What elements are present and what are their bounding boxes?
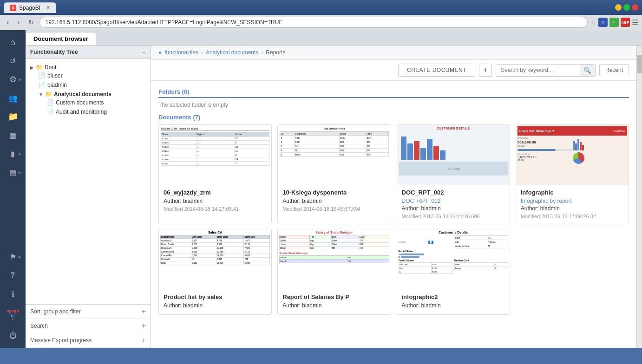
doc-author-3: Author: biadmin: [521, 205, 624, 212]
tree-children-root: 📄 biuser 📄 biadmin: [29, 71, 147, 117]
massive-export-panel[interactable]: Massive Export progress +: [26, 333, 151, 348]
search-submit-button[interactable]: 🔍: [580, 65, 595, 76]
maximize-button[interactable]: [623, 4, 630, 11]
tree-bottom-panels: Sort, group and filter + Search + Massiv…: [26, 304, 151, 348]
doc-title-4: Product list by sales: [164, 293, 267, 300]
doc-author-4: Author: biadmin: [164, 302, 267, 309]
url-input[interactable]: [39, 17, 588, 28]
functionality-tree-panel: Functionality Tree − ▶ 📁 Root: [26, 46, 151, 348]
doc-modified-0: Modified 2014-08-18 14:27:05.41: [164, 206, 267, 212]
tree-row-audit[interactable]: 📄 Audit and monitoring: [46, 108, 147, 116]
breadcrumb-bar: ● functionalities › Analytical documents…: [151, 46, 636, 60]
breadcrumb-current: Reports: [266, 49, 285, 56]
sidebar-item-power[interactable]: ⏻: [4, 327, 22, 344]
vpn-icon[interactable]: V: [598, 18, 608, 27]
star-icon[interactable]: ☆: [590, 19, 596, 26]
massive-export-expand-icon: +: [142, 336, 146, 344]
sidebar-item-folder[interactable]: 📁: [4, 108, 22, 125]
main-panel: Document browser Functionality Tree − ▶ …: [26, 30, 642, 348]
create-document-button[interactable]: CREATE DOCUMENT: [398, 64, 475, 77]
sort-group-filter-panel[interactable]: Sort, group and filter +: [26, 305, 151, 319]
analytical-folder-icon: 📁: [45, 91, 52, 98]
document-card-6[interactable]: Customer's Details Gender👤👤 StateOR City…: [397, 229, 510, 315]
doc-modified-3: Modified 2013-06-12 17:09:26.32: [521, 214, 624, 219]
sidebar-item-help[interactable]: ?: [4, 267, 22, 284]
flag-icon: ⚑: [10, 253, 16, 261]
document-card-0[interactable]: Raport ZRM - dane do tabeli Okres Wyjazd…: [158, 124, 272, 223]
tree-node-biadmin: 📄 biadmin: [38, 80, 147, 90]
doc-info-5: Report of Salaries By P Author: biadmin: [278, 290, 390, 314]
sidebar-item-table[interactable]: ▦: [4, 127, 22, 143]
tree-node-analytical: ▼ 📁 Analytical documents 📄 Custom docume…: [38, 90, 147, 117]
shield-icon[interactable]: ✓: [609, 18, 619, 27]
tree-label-audit: Audit and monitoring: [56, 109, 107, 115]
doc-title-1: 10-Ksiega dysponenta: [282, 189, 386, 196]
sidebar-item-home[interactable]: ⌂: [4, 34, 22, 51]
tree-content: ▶ 📁 Root 📄 biuser: [26, 59, 151, 304]
doc-info-6: infographic2 Author: biadmin: [397, 290, 510, 314]
chart-chevron-icon: ▶: [19, 152, 21, 156]
tree-row-root[interactable]: ▶ 📁 Root: [29, 64, 147, 71]
doc-info-1: 10-Ksiega dysponenta Author: biadmin Mod…: [278, 185, 390, 215]
tab-close-icon[interactable]: ✕: [46, 5, 50, 11]
collapse-button[interactable]: −: [142, 48, 146, 56]
document-card-5[interactable]: Salary of Store Manager Name Title Dept …: [277, 229, 391, 315]
users-icon: 👥: [8, 94, 18, 103]
sidebar-item-settings[interactable]: ⚙ ▶: [4, 71, 22, 88]
scrollbar-thumb[interactable]: [637, 55, 642, 73]
browser-tab[interactable]: S SpagoBI ✕: [4, 2, 56, 13]
layers-chevron-icon: ▶: [19, 170, 21, 175]
search-input[interactable]: [496, 65, 580, 76]
doc-modified-1: Modified 2014-08-18 15:45:57.694: [282, 206, 386, 212]
tree-label-custom: Custom documents: [56, 99, 104, 106]
content-toolbar: CREATE DOCUMENT + 🔍 Recent: [151, 60, 636, 81]
sidebar-item-flag[interactable]: ⚑ ▶: [4, 248, 22, 265]
adblock-icon[interactable]: ABP: [621, 18, 630, 27]
search-icon: 🔍: [583, 67, 591, 74]
documents-grid: Raport ZRM - dane do tabeli Okres Wyjazd…: [158, 124, 629, 223]
doc-info-3: Infographic Infographic by report Author…: [516, 185, 629, 223]
search-panel-label: Search: [30, 323, 48, 329]
power-icon: ⏻: [9, 332, 17, 340]
reload-button[interactable]: ↻: [26, 18, 37, 27]
doc-info-4: Product list by sales Author: biadmin: [159, 290, 271, 314]
back-arrow-icon: ↺: [10, 57, 16, 65]
doc-author-1: Author: biadmin: [282, 198, 386, 204]
back-button[interactable]: ‹: [4, 17, 12, 27]
right-scrollbar[interactable]: [636, 46, 642, 348]
sidebar-item-users[interactable]: 👥: [4, 90, 22, 106]
folders-empty-message: The selected folder is empty: [158, 100, 629, 112]
document-card-4[interactable]: Sales CA Departments Unit Sales Store Sa…: [158, 229, 272, 315]
tree-row-biuser[interactable]: 📄 biuser: [38, 72, 147, 79]
forward-button[interactable]: ›: [14, 17, 22, 27]
tree-row-custom[interactable]: 📄 Custom documents: [46, 99, 147, 106]
menu-icon[interactable]: ☰: [632, 18, 638, 27]
doc-author-0: Author: biadmin: [164, 198, 267, 204]
tree-node-biuser: 📄 biuser: [38, 71, 147, 80]
browser-chrome: S SpagoBI ✕ ‹ › ↻ ☆ V ✓ ABP ☰: [0, 0, 642, 30]
sidebar-item-layers[interactable]: ▤ ▶: [4, 164, 22, 181]
custom-folder-icon: 📄: [47, 99, 54, 106]
document-card-3[interactable]: Sales statistical report FoodMart Unit S…: [516, 124, 629, 223]
recent-button[interactable]: Recent: [599, 64, 629, 76]
close-button[interactable]: [632, 4, 638, 11]
breadcrumb-item-functionalities[interactable]: functionalities: [164, 49, 198, 56]
root-folder-icon: 📁: [36, 64, 43, 71]
breadcrumb-item-analytical[interactable]: Analytical documents: [206, 49, 258, 56]
document-card-2[interactable]: CUSTOMER DETAILS: [397, 124, 510, 223]
minimize-button[interactable]: [615, 4, 622, 11]
add-document-button[interactable]: +: [479, 64, 492, 77]
tab-document-browser[interactable]: Document browser: [26, 32, 96, 45]
sidebar-item-chart[interactable]: ▮ ▶: [4, 145, 22, 162]
tree-row-analytical[interactable]: ▼ 📁 Analytical documents: [38, 91, 147, 98]
biadmin-folder-icon: 📄: [39, 82, 46, 88]
tree-row-biadmin[interactable]: 📄 biadmin: [38, 81, 147, 89]
doc-thumbnail-4: Sales CA Departments Unit Sales Store Sa…: [159, 229, 271, 290]
document-card-1[interactable]: Top Dysponenta Lp Dysponent Suma Proc: [277, 124, 391, 223]
sidebar-item-info[interactable]: ℹ: [4, 286, 22, 302]
tree-node-audit: 📄 Audit and monitoring: [46, 107, 147, 117]
breadcrumb-sep-1: ›: [201, 49, 203, 56]
sidebar-item-back[interactable]: ↺: [4, 52, 22, 69]
tree-label-root: Root: [45, 64, 56, 71]
search-panel[interactable]: Search +: [26, 319, 151, 333]
